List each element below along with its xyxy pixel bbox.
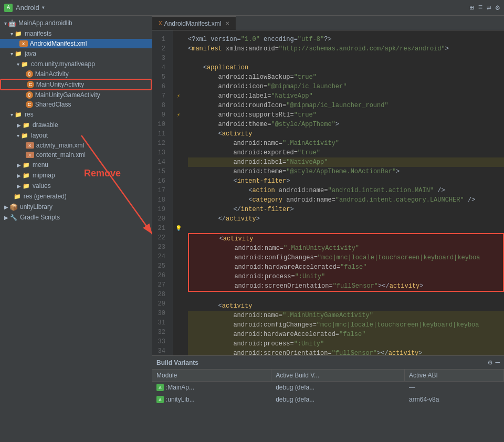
tree-arrow: ▶ (4, 215, 8, 220)
folder-icon: 📁 (20, 131, 29, 140)
bv-module-label-2: :unityLib... (166, 396, 195, 403)
tree-arrow: ▶ (17, 162, 21, 168)
bv-cell-build-1[interactable]: debug (defa... (271, 382, 405, 394)
tab-androidmanifest[interactable]: X AndroidManifest.xml ✕ (152, 16, 236, 30)
tree-arrow (24, 82, 26, 88)
line-num-5: 5 (152, 72, 169, 82)
tree-item-content-main[interactable]: X content_main.xml (0, 150, 152, 160)
tree-label: layout (31, 132, 48, 139)
tree-item-res-generated[interactable]: 📁 res (generated) (0, 191, 152, 202)
tree-item-sharedclass[interactable]: C SharedClass (0, 100, 152, 109)
tree-item-layout[interactable]: ▾ 📁 layout (0, 130, 152, 141)
tab-close-button[interactable]: ✕ (225, 20, 229, 26)
tree-arrow: ▾ (10, 112, 13, 118)
gutter-8b: ⚡ (173, 110, 184, 120)
code-content[interactable]: <?xml version="1.0" encoding="utf-8"?> <… (184, 30, 504, 355)
tree-item-gradle-scripts[interactable]: ▶ 🔧 Gradle Scripts (0, 212, 152, 223)
folder-icon: 📁 (22, 161, 30, 169)
tree-label: MainUnityGameActivity (35, 91, 100, 99)
icon-settings[interactable]: ⚙ (496, 3, 500, 12)
tree-label: menu (33, 161, 48, 169)
icon-list[interactable]: ≡ (478, 3, 482, 12)
bv-settings-icon[interactable]: ⚙ (488, 358, 492, 367)
line-num-23: 23 (152, 243, 169, 252)
line-num-4: 4 (152, 63, 169, 72)
tree-item-mainunityactivity[interactable]: C MainUnityActivity (0, 79, 152, 90)
line-num-25: 25 (152, 261, 169, 271)
line-num-8: 8 (152, 101, 169, 110)
icon-grid[interactable]: ⊞ (469, 3, 474, 12)
gutter-22 (173, 243, 184, 252)
tree-label: mipmap (33, 172, 55, 179)
sidebar: ▾ 🤖 MainApp.androidlib ▾ 📁 manifests (0, 16, 152, 225)
line-num-7: 7 (152, 91, 169, 101)
code-line-31: android:configChanges="mcc|mnc|locale|to… (188, 320, 504, 330)
code-line-30: android:name=".MainUnityGameActivity" (188, 311, 504, 320)
line-num-34: 34 (152, 346, 169, 355)
bv-row-2[interactable]: A :unityLib... debug (defa... arm64-v8a (152, 394, 504, 406)
gutter-26 (173, 280, 184, 290)
code-line-25: android:hardwareAccelerated="false" (189, 262, 503, 272)
code-line-5: android:allowBackup="true" (188, 72, 504, 82)
tree-item-activity-main[interactable]: X activity_main.xml (0, 141, 152, 150)
java-icon: C (27, 81, 34, 88)
tree-item-res[interactable]: ▾ 📁 res (0, 109, 152, 120)
android-logo: A (4, 4, 13, 12)
build-variants-header: Build Variants ⚙ — (152, 356, 504, 370)
build-variants-table: Module Active Build V... Active ABI A (152, 370, 504, 406)
tree-item-manifests[interactable]: ▾ 📁 manifests (0, 28, 152, 39)
tree-item-mainapp[interactable]: ▾ 🤖 MainApp.androidlib (0, 18, 152, 28)
tree-item-package[interactable]: ▾ 📁 com.unity.mynativeapp (0, 59, 152, 69)
tree-item-androidmanifest[interactable]: X AndroidManifest.xml (0, 39, 152, 48)
tree-label: drawable (33, 121, 58, 129)
line-num-27: 27 (152, 280, 169, 290)
tree-arrow: ▶ (17, 183, 21, 189)
tree-item-mainunitygameactivity[interactable]: C MainUnityGameActivity (0, 90, 152, 100)
code-line-1: <?xml version="1.0" encoding="utf-8"?> (188, 35, 504, 44)
tree-arrow: ▾ (17, 133, 19, 139)
tree-item-values[interactable]: ▶ 📁 values (0, 181, 152, 191)
gutter-18 (173, 205, 184, 214)
tree-arrow (23, 152, 25, 158)
bv-cell-build-2[interactable]: debug (defa... (271, 394, 405, 406)
tree-item-java[interactable]: ▾ 📁 java (0, 48, 152, 59)
line-num-17: 17 (152, 186, 169, 195)
tree-arrow: ▾ (10, 51, 13, 57)
tree-item-drawable[interactable]: ▶ 📁 drawable (0, 120, 152, 130)
main-layout: ▾ 🤖 MainApp.androidlib ▾ 📁 manifests (0, 16, 504, 442)
bv-minimize-icon[interactable]: — (496, 358, 500, 367)
gutter-7: ⚡ (173, 91, 184, 101)
code-gutter: ⚡ ⚡ 💡 (173, 30, 184, 355)
gutter-11 (173, 139, 184, 148)
code-line-4: <application (188, 63, 504, 72)
gutter-21 (173, 233, 184, 243)
line-num-24: 24 (152, 252, 169, 261)
line-num-13: 13 (152, 148, 169, 157)
folder-icon: 📁 (22, 182, 30, 190)
gutter-23 (173, 252, 184, 261)
bv-col-module: Module (152, 370, 271, 382)
line-num-15: 15 (152, 167, 169, 176)
code-line-27: android:screenOrientation="fullSensor"><… (189, 281, 503, 291)
tree-arrow: ▶ (17, 173, 21, 178)
code-line-11: <activity (188, 129, 504, 139)
tree-item-menu[interactable]: ▶ 📁 menu (0, 160, 152, 170)
tree-item-unitylibrary[interactable]: ▶ 📦 unityLibrary (0, 202, 152, 212)
sidebar-content: ▾ 🤖 MainApp.androidlib ▾ 📁 manifests (0, 16, 152, 225)
tree-label: manifests (25, 30, 51, 37)
dropdown-arrow[interactable]: ▾ (41, 4, 45, 12)
java-icon: C (26, 101, 33, 108)
line-num-16: 16 (152, 176, 169, 186)
icon-sync[interactable]: ⇄ (487, 3, 491, 12)
code-line-20: </activity> (188, 214, 504, 224)
tree-item-mipmap[interactable]: ▶ 📁 mipmap (0, 170, 152, 181)
bv-row-1[interactable]: A :MainAp... debug (defa... — (152, 382, 504, 394)
bv-cell-abi-2[interactable]: arm64-v8a (405, 394, 504, 406)
bv-col-active-build: Active Build V... (271, 370, 405, 382)
module-icon: 📦 (9, 203, 18, 211)
gutter-19 (173, 214, 184, 224)
build-variants-panel: Build Variants ⚙ — Module Active Build V… (152, 355, 504, 442)
tree-item-mainactivity[interactable]: C MainActivity (0, 69, 152, 79)
gutter-15 (173, 176, 184, 186)
gutter-8 (173, 101, 184, 110)
